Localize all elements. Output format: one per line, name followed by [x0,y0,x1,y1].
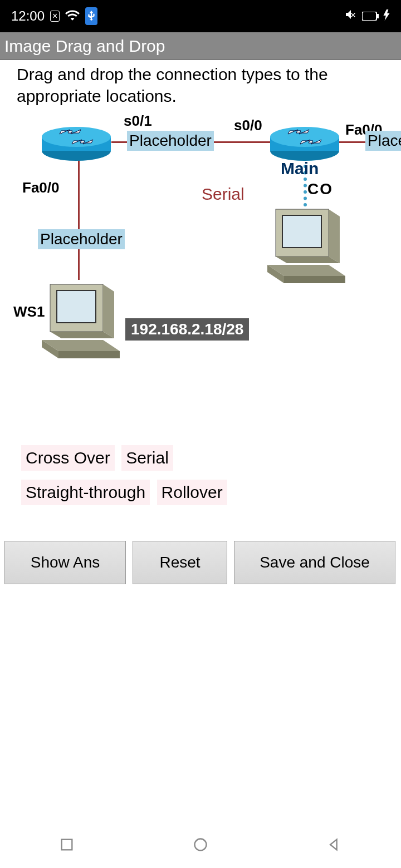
svg-point-7 [270,127,339,147]
device-label-main: Main [281,159,319,178]
workstation-co-icon [265,201,348,284]
svg-point-23 [195,839,207,851]
svg-marker-16 [284,276,345,283]
device-label-ws1: WS1 [13,303,45,320]
drag-item-crossover[interactable]: Cross Over [21,445,115,471]
instruction-text: Drag and drop the connection types to th… [17,63,384,107]
close-box-icon: × [50,11,60,22]
device-label-co: CO [307,180,333,198]
svg-point-4 [42,127,111,147]
app-title: Image Drag and Drop [4,37,165,56]
router-right-icon [268,123,341,162]
svg-marker-13 [50,332,114,338]
app-title-bar: Image Drag and Drop [0,32,401,60]
svg-rect-22 [62,840,72,850]
mute-icon [344,8,358,24]
charging-icon [383,8,390,24]
svg-rect-14 [57,290,96,323]
svg-rect-21 [282,215,321,248]
save-close-button[interactable]: Save and Close [234,541,395,584]
nav-recents-icon[interactable] [59,837,75,855]
connection-label-serial: Serial [202,185,244,204]
router-left-icon [40,123,113,162]
network-diagram: s0/1 s0/0 Fa0/0 Fa0/0 Main CO WS1 Serial… [0,109,401,454]
svg-marker-19 [329,209,340,263]
reset-button[interactable]: Reset [133,541,227,584]
drag-source-area: Cross Over Serial Straight-through Rollo… [21,445,232,514]
svg-marker-9 [58,351,120,358]
svg-rect-1 [377,14,379,18]
show-answer-button[interactable]: Show Ans [4,541,126,584]
svg-marker-20 [276,257,340,263]
drag-item-straight[interactable]: Straight-through [21,480,150,505]
usb-icon [85,7,97,25]
workstation-ws1-icon [39,276,123,359]
drop-zone-3[interactable]: Placeholder [38,229,125,249]
drop-zone-1[interactable]: Placeholder [127,131,214,151]
drag-item-rollover[interactable]: Rollover [157,480,227,505]
port-label-s01: s0/1 [124,112,152,130]
ip-address-label: 192.168.2.18/28 [125,318,249,341]
button-row: Show Ans Reset Save and Close [0,541,401,584]
wifi-icon [65,8,80,24]
svg-marker-12 [103,284,114,338]
status-bar: 12:00 × [0,0,401,32]
drag-item-serial[interactable]: Serial [121,445,173,471]
link-router1-ws1 [78,160,80,280]
port-label-fa00-left: Fa0/0 [22,179,60,196]
system-nav-bar [0,823,401,868]
status-time: 12:00 [11,8,45,24]
port-label-s00: s0/0 [234,117,262,134]
drop-zone-2[interactable]: Placeholder [365,131,401,151]
nav-home-icon[interactable] [193,837,208,855]
svg-rect-0 [362,12,376,21]
battery-icon [362,8,379,24]
nav-back-icon[interactable] [326,837,342,855]
